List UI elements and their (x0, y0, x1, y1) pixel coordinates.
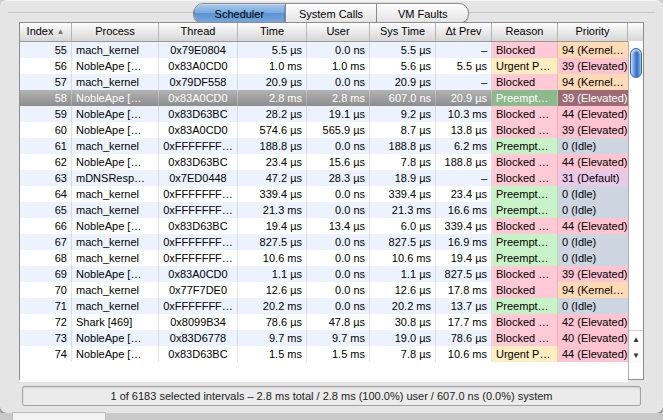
column-header-index[interactable]: Index▲ (20, 23, 72, 41)
cell-index: 65 (20, 202, 72, 218)
table-row[interactable]: 59NobleApe […0x83D63BC28.2 µs19.1 µs9.2 … (20, 106, 628, 122)
column-header-process[interactable]: Process (72, 23, 159, 41)
cell-time: 23.4 µs (238, 154, 307, 170)
vertical-scrollbar[interactable]: ▲ ▼ (628, 41, 643, 379)
cell-time: 28.2 µs (238, 106, 307, 122)
cell-reason: Blocked … (492, 218, 558, 234)
column-header-user[interactable]: User (307, 23, 370, 41)
column-header-time[interactable]: Time (238, 23, 307, 41)
cell-thread: 0x83D63BC (159, 346, 238, 362)
column-header-thread[interactable]: Thread (159, 23, 238, 41)
cell-index: 74 (20, 346, 72, 362)
table-row[interactable]: 73NobleApe […0x83D67789.7 ms9.7 ms19.0 µ… (20, 330, 628, 346)
table-row[interactable]: 65mach_kernel0xFFFFFFF…21.3 ms0.0 ns21.3… (20, 202, 628, 218)
column-header-sys-time[interactable]: Sys Time (370, 23, 436, 41)
cell-sys-time: 20.9 µs (370, 74, 436, 90)
cell-sys-time: 12.6 µs (370, 282, 436, 298)
cell-process: mDNSResp… (72, 170, 159, 186)
table-row[interactable]: 56NobleApe […0x83A0CD01.0 ms1.0 ms5.6 µs… (20, 58, 628, 74)
cell-time: 339.4 µs (238, 186, 307, 202)
table-row[interactable]: 64mach_kernel0xFFFFFFF…339.4 µs0.0 ns339… (20, 186, 628, 202)
cell-reason: Blocked … (492, 170, 558, 186)
table-row[interactable]: 57mach_kernel0x79DF55820.9 µs0.0 ns20.9 … (20, 74, 628, 90)
cell-user: 565.9 µs (307, 122, 370, 138)
cell-thread: 0xFFFFFFF… (159, 250, 238, 266)
cell-dt-prev: – (436, 74, 492, 90)
cell-sys-time: 8.7 µs (370, 122, 436, 138)
cell-priority: 94 (Kernel… (558, 282, 628, 298)
tab-vm-faults[interactable]: VM Faults (376, 4, 468, 23)
cell-process: mach_kernel (72, 74, 159, 90)
cell-reason: Preempt… (492, 90, 558, 106)
cell-user: 1.5 ms (307, 346, 370, 362)
cell-priority: 31 (Default) (558, 170, 628, 186)
cell-process: mach_kernel (72, 250, 159, 266)
background-window-fragment (12, 412, 106, 420)
table-row[interactable]: 71mach_kernel0xFFFFFFF…20.2 ms0.0 ns20.2… (20, 298, 628, 314)
cell-process: mach_kernel (72, 282, 159, 298)
cell-sys-time: 5.5 µs (370, 42, 436, 58)
cell-sys-time: 30.8 µs (370, 314, 436, 330)
cell-priority: 39 (Elevated) (558, 266, 628, 282)
cell-thread: 0xFFFFFFF… (159, 186, 238, 202)
cell-time: 10.6 ms (238, 250, 307, 266)
cell-sys-time: 18.9 µs (370, 170, 436, 186)
table-row[interactable]: 74NobleApe […0x83D63BC1.5 ms1.5 ms7.8 µs… (20, 346, 628, 362)
cell-reason: Blocked (492, 42, 558, 58)
cell-user: 0.0 ns (307, 282, 370, 298)
table-row[interactable]: 70mach_kernel0x77F7DE012.6 µs0.0 ns12.6 … (20, 282, 628, 298)
column-header-dt-prev[interactable]: Δt Prev (436, 23, 492, 41)
cell-time: 12.6 µs (238, 282, 307, 298)
cell-process: NobleApe [… (72, 330, 159, 346)
cell-priority: 0 (Idle) (558, 202, 628, 218)
cell-dt-prev: 6.2 ms (436, 138, 492, 154)
table-row[interactable]: 55mach_kernel0x79E08045.5 µs0.0 ns5.5 µs… (20, 42, 628, 58)
cell-user: 1.0 ms (307, 58, 370, 74)
table-row-selected[interactable]: 58NobleApe […0x83A0CD02.8 ms2.8 ms607.0 … (20, 90, 628, 106)
cell-process: NobleApe [… (72, 58, 159, 74)
table-row[interactable]: 63mDNSResp…0x7ED044847.2 µs28.3 µs18.9 µ… (20, 170, 628, 186)
cell-thread: 0x7ED0448 (159, 170, 238, 186)
cell-user: 13.4 µs (307, 218, 370, 234)
cell-priority: 44 (Elevated) (558, 346, 628, 362)
status-text: 1 of 6183 selected intervals – 2.8 ms to… (110, 390, 552, 402)
cell-user: 9.7 ms (307, 330, 370, 346)
cell-index: 68 (20, 250, 72, 266)
column-header-reason[interactable]: Reason (492, 23, 558, 41)
column-header-priority[interactable]: Priority (558, 23, 628, 41)
scroll-down-icon[interactable]: ▼ (629, 347, 643, 363)
cell-sys-time: 607.0 ns (370, 90, 436, 106)
cell-priority: 44 (Elevated) (558, 218, 628, 234)
cell-user: 0.0 ns (307, 266, 370, 282)
cell-reason: Preempt… (492, 250, 558, 266)
scroll-up-icon[interactable]: ▲ (629, 330, 643, 347)
cell-process: Shark [469] (72, 314, 159, 330)
table-header-row: Index▲ Process Thread Time User Sys Time… (20, 23, 643, 42)
cell-dt-prev: 23.4 µs (436, 186, 492, 202)
cell-reason: Blocked (492, 74, 558, 90)
table-row[interactable]: 62NobleApe […0x83D63BC23.4 µs15.6 µs7.8 … (20, 154, 628, 170)
scrollbar-thumb[interactable] (630, 48, 642, 78)
table-body: 55mach_kernel0x79E08045.5 µs0.0 ns5.5 µs… (20, 42, 628, 362)
tab-scheduler[interactable]: Scheduler (194, 4, 285, 23)
tab-system-calls[interactable]: System Calls (285, 4, 377, 23)
cell-thread: 0x83A0CD0 (159, 58, 238, 74)
table-row[interactable]: 68mach_kernel0xFFFFFFF…10.6 ms0.0 ns10.6… (20, 250, 628, 266)
table-row[interactable]: 61mach_kernel0xFFFFFFF…188.8 µs0.0 ns188… (20, 138, 628, 154)
cell-priority: 42 (Elevated) (558, 314, 628, 330)
cell-index: 63 (20, 170, 72, 186)
cell-sys-time: 20.2 ms (370, 298, 436, 314)
cell-sys-time: 1.1 µs (370, 266, 436, 282)
cell-index: 60 (20, 122, 72, 138)
table-row[interactable]: 66NobleApe […0x83D63BC19.4 µs13.4 µs6.0 … (20, 218, 628, 234)
table-row[interactable]: 69NobleApe […0x83A0CD01.1 µs0.0 ns1.1 µs… (20, 266, 628, 282)
cell-index: 70 (20, 282, 72, 298)
table-row[interactable]: 72Shark [469]0x8099B3478.6 µs47.8 µs30.8… (20, 314, 628, 330)
cell-priority: 44 (Elevated) (558, 154, 628, 170)
table-row[interactable]: 60NobleApe […0x83A0CD0574.6 µs565.9 µs8.… (20, 122, 628, 138)
cell-process: NobleApe [… (72, 106, 159, 122)
cell-sys-time: 7.8 µs (370, 154, 436, 170)
cell-time: 1.1 µs (238, 266, 307, 282)
table-row[interactable]: 67mach_kernel0xFFFFFFF…827.5 µs0.0 ns827… (20, 234, 628, 250)
cell-dt-prev: 16.6 ms (436, 202, 492, 218)
